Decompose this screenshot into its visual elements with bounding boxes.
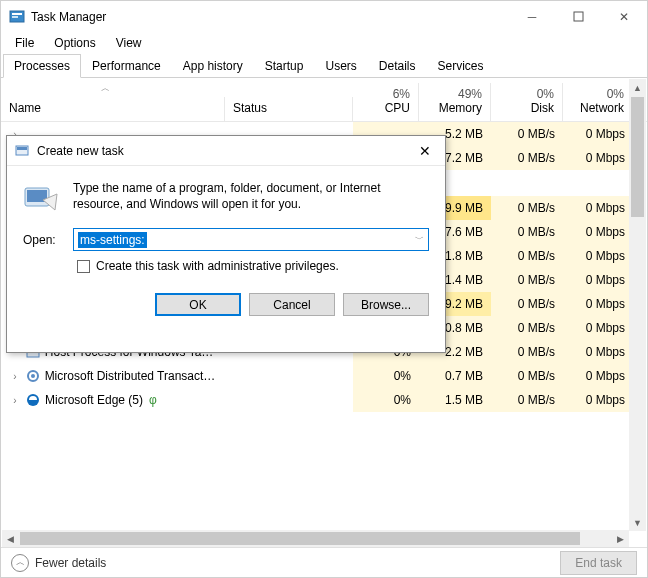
dialog-instruction: Type the name of a program, folder, docu… — [73, 180, 429, 216]
admin-checkbox[interactable] — [77, 260, 90, 273]
scroll-thumb-h[interactable] — [20, 532, 580, 545]
cancel-button[interactable]: Cancel — [249, 293, 335, 316]
task-manager-icon — [9, 9, 25, 25]
end-task-button[interactable]: End task — [560, 551, 637, 575]
cell-value: 0 Mbps — [563, 316, 633, 340]
cell-value: 0 MB/s — [491, 340, 563, 364]
sort-indicator-icon: ︿ — [101, 82, 110, 95]
dialog-close-button[interactable]: ✕ — [405, 143, 445, 159]
cell-value: 0 MB/s — [491, 220, 563, 244]
cell-value: 0 MB/s — [491, 388, 563, 412]
dialog-title: Create new task — [37, 144, 405, 158]
table-row[interactable]: ›Microsoft Distributed Transactio...0%0.… — [1, 364, 647, 388]
run-dialog-icon — [15, 143, 31, 159]
col-header-disk[interactable]: 0%Disk — [491, 83, 563, 121]
cell-value: 0 MB/s — [491, 364, 563, 388]
fewer-details-label: Fewer details — [35, 556, 106, 570]
cell-value: 0.7 MB — [419, 364, 491, 388]
cell-value: 0 Mbps — [563, 268, 633, 292]
tab-users[interactable]: Users — [314, 54, 367, 78]
col-header-memory[interactable]: 49%Memory — [419, 83, 491, 121]
task-manager-window: Task Manager ─ ✕ File Options View Proce… — [0, 0, 648, 578]
menu-file[interactable]: File — [7, 34, 42, 52]
tab-processes[interactable]: Processes — [3, 54, 81, 78]
cell-value: 0 MB/s — [491, 244, 563, 268]
ok-button[interactable]: OK — [155, 293, 241, 316]
cell-value: 0 Mbps — [563, 196, 633, 220]
browse-button[interactable]: Browse... — [343, 293, 429, 316]
chevron-up-icon: ︿ — [11, 554, 29, 572]
tab-app-history[interactable]: App history — [172, 54, 254, 78]
cell-value: 0 Mbps — [563, 244, 633, 268]
maximize-button[interactable] — [555, 1, 601, 32]
window-buttons: ─ ✕ — [509, 1, 647, 32]
cell-value: 0 Mbps — [563, 340, 633, 364]
tab-startup[interactable]: Startup — [254, 54, 315, 78]
cell-value: 0 MB/s — [491, 196, 563, 220]
tab-details[interactable]: Details — [368, 54, 427, 78]
scroll-up-icon[interactable]: ▲ — [629, 79, 646, 96]
svg-rect-16 — [17, 147, 27, 150]
col-header-name[interactable]: Name — [1, 97, 225, 121]
edge-icon — [25, 392, 41, 408]
vertical-scrollbar[interactable]: ▲ ▼ — [629, 79, 646, 531]
run-program-icon — [23, 180, 59, 216]
menu-options[interactable]: Options — [46, 34, 103, 52]
fewer-details-button[interactable]: ︿ Fewer details — [11, 554, 106, 572]
column-headers: ︿ Name Status 6%CPU 49%Memory 0%Disk 0%N… — [1, 78, 647, 122]
open-input-value: ms-settings: — [78, 232, 147, 248]
cell-value: 0 Mbps — [563, 220, 633, 244]
tabs: Processes Performance App history Startu… — [1, 54, 647, 78]
table-row[interactable]: ›Microsoft Edge (5)φ0%1.5 MB0 MB/s0 Mbps — [1, 388, 647, 412]
cell-value: 0 MB/s — [491, 146, 563, 170]
expand-icon[interactable]: › — [9, 371, 21, 382]
svg-point-13 — [31, 374, 35, 378]
scroll-left-icon[interactable]: ◀ — [2, 534, 19, 544]
scroll-down-icon[interactable]: ▼ — [629, 514, 646, 531]
horizontal-scrollbar[interactable]: ◀ ▶ — [2, 530, 629, 547]
process-name: Microsoft Edge (5) — [45, 393, 143, 407]
expand-icon[interactable]: › — [9, 395, 21, 406]
svg-rect-1 — [12, 13, 22, 15]
cell-value: 0% — [353, 364, 419, 388]
process-name: Microsoft Distributed Transactio... — [45, 369, 217, 383]
menu-view[interactable]: View — [108, 34, 150, 52]
dropdown-icon[interactable]: ﹀ — [415, 233, 424, 246]
svg-rect-2 — [12, 16, 18, 18]
cell-value: 0 Mbps — [563, 388, 633, 412]
cell-value: 0 Mbps — [563, 146, 633, 170]
cell-value: 0 MB/s — [491, 292, 563, 316]
col-header-network[interactable]: 0%Network — [563, 83, 633, 121]
titlebar: Task Manager ─ ✕ — [1, 1, 647, 32]
tab-services[interactable]: Services — [427, 54, 495, 78]
cell-value: 0 MB/s — [491, 122, 563, 146]
dialog-titlebar: Create new task ✕ — [7, 136, 445, 166]
col-header-cpu[interactable]: 6%CPU — [353, 83, 419, 121]
cell-value: 1.5 MB — [419, 388, 491, 412]
scroll-thumb[interactable] — [631, 97, 644, 217]
cell-value: 0 Mbps — [563, 122, 633, 146]
svg-rect-3 — [574, 12, 583, 21]
footer: ︿ Fewer details End task — [1, 547, 647, 577]
cell-value: 0 MB/s — [491, 268, 563, 292]
open-input[interactable]: ms-settings: ﹀ — [73, 228, 429, 251]
admin-checkbox-label: Create this task with administrative pri… — [96, 259, 339, 273]
cell-value: 0 MB/s — [491, 316, 563, 340]
menubar: File Options View — [1, 32, 647, 54]
leaf-icon: φ — [149, 393, 157, 407]
window-title: Task Manager — [31, 10, 509, 24]
cell-value: 0 Mbps — [563, 292, 633, 316]
open-label: Open: — [23, 233, 63, 247]
col-header-status[interactable]: Status — [225, 97, 353, 121]
cell-value: 0% — [353, 388, 419, 412]
cell-value: 0 Mbps — [563, 364, 633, 388]
msdtc-icon — [25, 368, 41, 384]
scroll-right-icon[interactable]: ▶ — [612, 534, 629, 544]
close-button[interactable]: ✕ — [601, 1, 647, 32]
create-new-task-dialog: Create new task ✕ Type the name of a pro… — [6, 135, 446, 353]
tab-performance[interactable]: Performance — [81, 54, 172, 78]
minimize-button[interactable]: ─ — [509, 1, 555, 32]
